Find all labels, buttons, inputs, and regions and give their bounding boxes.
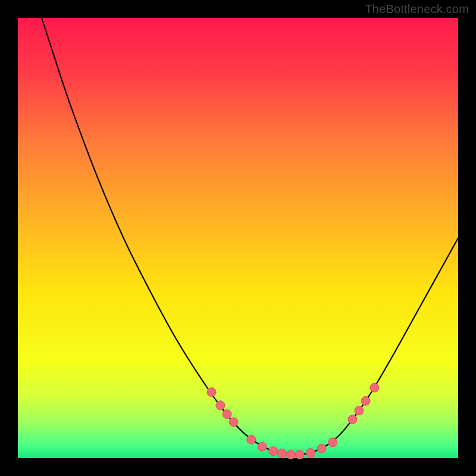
data-marker [269,447,278,456]
data-marker [348,415,357,424]
data-marker [286,450,295,459]
data-marker [306,449,315,458]
data-marker [317,444,326,453]
data-marker [278,449,287,458]
data-marker [247,435,256,444]
data-marker [361,396,370,405]
data-marker [229,418,238,427]
bottleneck-chart [0,0,476,476]
data-marker [295,450,304,459]
data-marker [258,442,267,451]
data-marker [355,406,364,415]
data-marker [223,410,231,419]
plot-background [18,18,458,458]
data-marker [207,388,216,397]
data-marker [370,383,379,392]
data-marker [328,438,337,447]
data-marker [216,401,225,410]
chart-frame: TheBottleneck.com [0,0,476,476]
